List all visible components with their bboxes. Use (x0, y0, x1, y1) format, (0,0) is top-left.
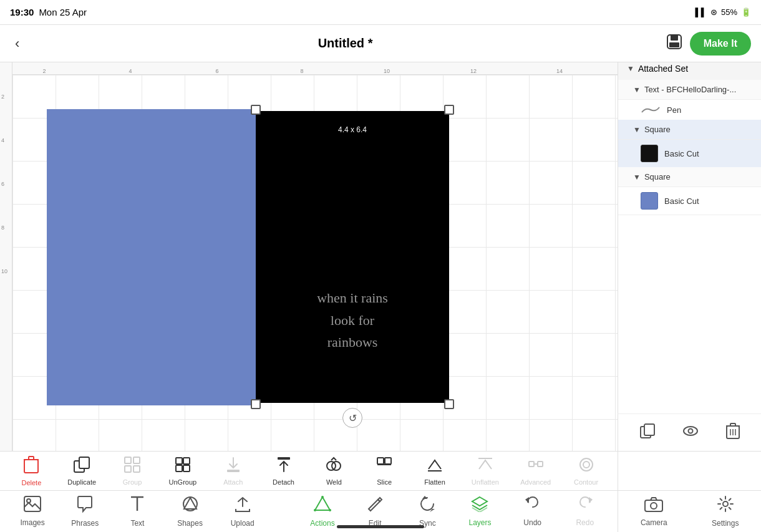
svg-point-6 (689, 428, 693, 433)
delete-tool[interactable]: Delete (14, 456, 49, 486)
phrases-label: Phrases (71, 519, 99, 528)
square1-label: Basic Cut (664, 149, 699, 158)
shapes-nav[interactable]: Shapes (168, 495, 212, 528)
weld-label: Weld (326, 478, 342, 486)
svg-rect-13 (24, 460, 38, 473)
ruler-v-tick-10: 10 (1, 268, 7, 274)
settings-icon (717, 495, 734, 517)
layers-icon (471, 496, 488, 516)
camera-nav[interactable]: Camera (632, 496, 676, 527)
images-icon (24, 496, 41, 516)
square1-header[interactable]: ▼ Square (618, 120, 761, 140)
ruler-tick-6: 6 (215, 68, 218, 74)
ruler-v-tick-8: 8 (1, 225, 4, 231)
size-badge: 4.4 x 6.4 (332, 123, 373, 136)
text-label: Text (130, 519, 144, 528)
upload-icon (235, 495, 251, 517)
undo-nav[interactable]: Undo (511, 496, 555, 527)
square2-header[interactable]: ▼ Square (618, 167, 761, 187)
top-toolbar: ‹ Untitled * Make It (0, 25, 761, 62)
attached-set-arrow: ▼ (627, 64, 634, 73)
slice-tool[interactable]: Slice (367, 457, 402, 486)
ruler-tick-4: 4 (128, 68, 132, 74)
edit-icon (367, 495, 383, 517)
document-title: Untitled * (318, 36, 373, 51)
ruler-v-tick-6: 6 (1, 181, 4, 187)
rotate-handle[interactable]: ↺ (342, 408, 362, 428)
ungroup-icon (175, 457, 191, 476)
flatten-tool[interactable]: Flatten (418, 457, 452, 486)
pen-icon (641, 105, 661, 115)
weld-tool[interactable]: Weld (317, 457, 351, 486)
duplicate-tool[interactable]: Duplicate (65, 457, 99, 486)
wifi-icon: ⊛ (710, 7, 717, 17)
shapes-label: Shapes (177, 519, 203, 528)
advanced-tool[interactable]: Advanced (518, 457, 553, 486)
svg-rect-35 (529, 462, 534, 467)
group-tool[interactable]: Group (115, 457, 150, 486)
ruler-v-tick-4: 4 (1, 137, 4, 143)
camera-icon (644, 496, 663, 516)
handle-bottom-left[interactable] (251, 399, 261, 409)
detach-tool[interactable]: Detach (266, 457, 301, 486)
sync-icon (419, 495, 436, 517)
duplicate-icon (74, 457, 90, 476)
svg-point-49 (314, 509, 316, 511)
svg-point-56 (723, 501, 728, 506)
phrases-nav[interactable]: Phrases (63, 495, 107, 528)
contour-tool[interactable]: Contour (569, 457, 603, 486)
delete-layer-button[interactable] (722, 419, 744, 447)
square1-arrow: ▼ (633, 125, 641, 134)
unflatten-icon (477, 457, 493, 476)
canvas-area: when it rains look for rainbows 4.4 x 6.… (12, 75, 618, 451)
blue-rectangle[interactable] (47, 109, 259, 405)
attach-tool[interactable]: Attach (216, 457, 250, 486)
settings-nav[interactable]: Settings (704, 495, 747, 528)
back-button[interactable]: ‹ (10, 33, 24, 54)
bottom-toolbar2-right: Camera Settings (618, 490, 761, 532)
square1-title: Square (644, 125, 671, 134)
images-nav[interactable]: Images (11, 496, 54, 527)
handle-bottom-right[interactable] (444, 399, 454, 409)
attached-set-title: Attached Set (638, 64, 688, 74)
make-it-button[interactable]: Make It (690, 32, 751, 56)
contour-label: Contour (574, 478, 598, 486)
handle-top-left[interactable] (251, 105, 261, 115)
svg-marker-52 (525, 497, 529, 503)
ungroup-tool[interactable]: UnGroup (165, 457, 200, 486)
slice-icon (376, 457, 392, 476)
unflatten-tool[interactable]: Unflatten (468, 457, 502, 486)
upload-label: Upload (231, 519, 254, 528)
delete-label: Delete (22, 479, 42, 486)
sync-nav[interactable]: Sync (405, 495, 449, 528)
text-layer-title: Text - BFCHelloDarling-... (644, 85, 736, 94)
camera-label: Camera (641, 518, 667, 527)
group-icon (124, 457, 140, 476)
svg-rect-24 (176, 465, 182, 472)
svg-point-5 (684, 427, 697, 435)
text-icon (129, 495, 145, 517)
save-button[interactable] (666, 34, 682, 54)
duplicate-layer-button[interactable] (636, 419, 659, 447)
pen-layer-item[interactable]: Pen (618, 100, 761, 120)
redo-nav[interactable]: Redo (563, 496, 607, 527)
svg-rect-1 (671, 35, 678, 41)
group-label: Group (123, 478, 142, 486)
slice-label: Slice (377, 478, 392, 486)
contour-icon (578, 457, 594, 476)
ruler-tick-10: 10 (384, 68, 390, 74)
square2-layer-item[interactable]: Basic Cut (618, 187, 761, 215)
text-nav[interactable]: Text (115, 495, 159, 528)
weld-icon (326, 457, 342, 476)
edit-nav[interactable]: Edit (353, 495, 397, 528)
layers-nav[interactable]: Layers (458, 496, 502, 527)
svg-point-38 (580, 458, 593, 471)
text-subsection-header[interactable]: ▼ Text - BFCHelloDarling-... (618, 80, 761, 100)
eye-button[interactable] (679, 420, 702, 445)
svg-rect-26 (227, 470, 240, 472)
upload-nav[interactable]: Upload (221, 495, 264, 528)
svg-rect-19 (133, 457, 140, 463)
actions-nav[interactable]: Actions (301, 495, 344, 528)
handle-top-right[interactable] (444, 105, 454, 115)
square1-layer-item[interactable]: Basic Cut (618, 140, 761, 167)
